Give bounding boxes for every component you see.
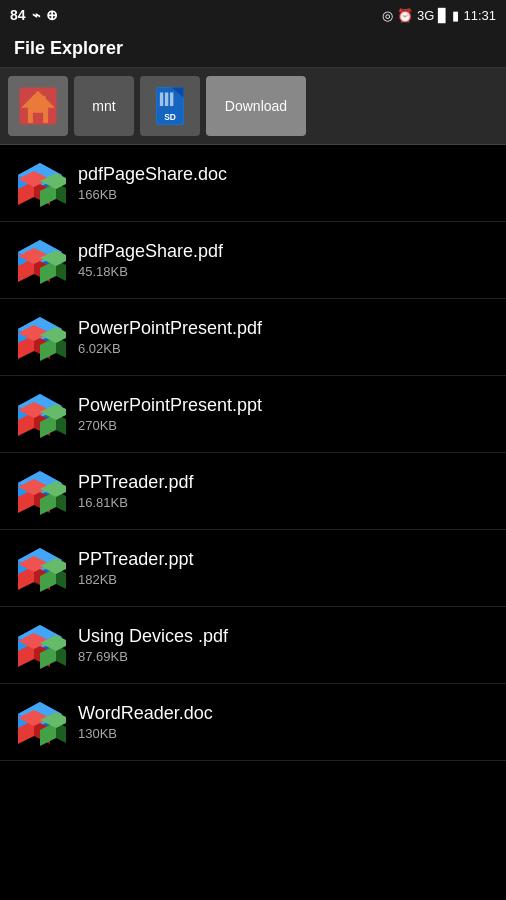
- file-list: pdfPageShare.doc 166KB pdfPageShare.pdf: [0, 145, 506, 761]
- battery-level: 84: [10, 7, 26, 23]
- android-icon: ⊕: [46, 7, 58, 23]
- file-icon: [14, 465, 66, 517]
- svg-text:SD: SD: [164, 112, 176, 122]
- signal-icon: ▊: [438, 8, 448, 23]
- file-info: Using Devices .pdf 87.69KB: [78, 626, 492, 664]
- file-name: PPTreader.ppt: [78, 549, 492, 570]
- file-icon: [14, 157, 66, 209]
- file-name: pdfPageShare.doc: [78, 164, 492, 185]
- file-size: 45.18KB: [78, 264, 492, 279]
- network-label: 3G: [417, 8, 434, 23]
- file-name: WordReader.doc: [78, 703, 492, 724]
- svg-rect-4: [41, 96, 45, 104]
- nav-tabs: mnt SD Download: [0, 68, 506, 145]
- time-display: 11:31: [463, 8, 496, 23]
- file-name: PowerPointPresent.pdf: [78, 318, 492, 339]
- file-size: 6.02KB: [78, 341, 492, 356]
- list-item[interactable]: PowerPointPresent.ppt 270KB: [0, 376, 506, 453]
- svg-rect-8: [160, 92, 163, 106]
- file-icon: [14, 542, 66, 594]
- file-info: PPTreader.ppt 182KB: [78, 549, 492, 587]
- sd-icon: SD: [148, 84, 192, 128]
- file-info: WordReader.doc 130KB: [78, 703, 492, 741]
- tab-mnt-label: mnt: [92, 98, 115, 114]
- alarm-icon: ⏰: [397, 8, 413, 23]
- tab-download-label: Download: [225, 98, 287, 114]
- tab-mnt[interactable]: mnt: [74, 76, 134, 136]
- list-item[interactable]: pdfPageShare.doc 166KB: [0, 145, 506, 222]
- file-name: PowerPointPresent.ppt: [78, 395, 492, 416]
- file-info: pdfPageShare.doc 166KB: [78, 164, 492, 202]
- file-info: PowerPointPresent.pdf 6.02KB: [78, 318, 492, 356]
- tab-sd[interactable]: SD: [140, 76, 200, 136]
- title-bar: File Explorer: [0, 30, 506, 68]
- list-item[interactable]: WordReader.doc 130KB: [0, 684, 506, 761]
- page-title: File Explorer: [14, 38, 123, 58]
- home-icon: [16, 84, 60, 128]
- location-icon: ◎: [382, 8, 393, 23]
- file-size: 270KB: [78, 418, 492, 433]
- list-item[interactable]: pdfPageShare.pdf 45.18KB: [0, 222, 506, 299]
- file-icon: [14, 696, 66, 748]
- file-icon: [14, 388, 66, 440]
- file-size: 16.81KB: [78, 495, 492, 510]
- file-size: 166KB: [78, 187, 492, 202]
- tab-home[interactable]: [8, 76, 68, 136]
- file-info: PowerPointPresent.ppt 270KB: [78, 395, 492, 433]
- list-item[interactable]: PPTreader.ppt 182KB: [0, 530, 506, 607]
- file-name: PPTreader.pdf: [78, 472, 492, 493]
- file-size: 87.69KB: [78, 649, 492, 664]
- status-right: ◎ ⏰ 3G ▊ ▮ 11:31: [382, 8, 496, 23]
- svg-rect-10: [170, 92, 173, 106]
- file-icon: [14, 311, 66, 363]
- file-icon: [14, 234, 66, 286]
- file-size: 130KB: [78, 726, 492, 741]
- list-item[interactable]: Using Devices .pdf 87.69KB: [0, 607, 506, 684]
- file-size: 182KB: [78, 572, 492, 587]
- svg-rect-3: [33, 113, 43, 123]
- file-icon: [14, 619, 66, 671]
- svg-rect-9: [165, 92, 168, 106]
- status-bar: 84 ⌁ ⊕ ◎ ⏰ 3G ▊ ▮ 11:31: [0, 0, 506, 30]
- usb-icon: ⌁: [32, 7, 40, 23]
- battery-icon: ▮: [452, 8, 459, 23]
- file-name: Using Devices .pdf: [78, 626, 492, 647]
- file-name: pdfPageShare.pdf: [78, 241, 492, 262]
- file-info: pdfPageShare.pdf 45.18KB: [78, 241, 492, 279]
- tab-download[interactable]: Download: [206, 76, 306, 136]
- file-info: PPTreader.pdf 16.81KB: [78, 472, 492, 510]
- list-item[interactable]: PowerPointPresent.pdf 6.02KB: [0, 299, 506, 376]
- status-left: 84 ⌁ ⊕: [10, 7, 58, 23]
- list-item[interactable]: PPTreader.pdf 16.81KB: [0, 453, 506, 530]
